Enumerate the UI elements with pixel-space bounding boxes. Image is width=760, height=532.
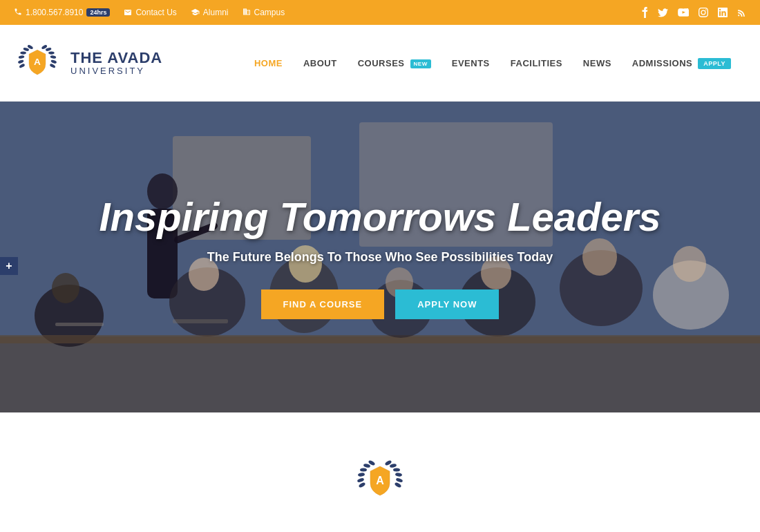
hero-content: Inspiring Tomorrows Leaders The Future B… <box>0 102 760 412</box>
svg-point-1 <box>17 59 23 64</box>
logo-name: THE AVADA <box>70 50 162 66</box>
svg-point-42 <box>363 463 371 468</box>
top-bar-left: 1.800.567.8910 24hrs Contact Us Alumni C… <box>14 8 285 18</box>
svg-point-41 <box>360 468 367 472</box>
svg-point-9 <box>48 51 55 54</box>
twitter-icon[interactable] <box>658 8 668 17</box>
social-icons <box>642 7 746 18</box>
envelope-icon <box>124 8 132 17</box>
hero-buttons: FIND A COURSE APPLY NOW <box>261 289 500 319</box>
building-icon <box>243 8 251 18</box>
svg-point-44 <box>394 482 401 488</box>
nav-admissions[interactable]: ADMISSIONS APPLY <box>624 53 739 74</box>
phone-number: 1.800.567.8910 <box>26 8 83 17</box>
below-hero-logo: A <box>352 454 408 509</box>
svg-point-2 <box>18 55 24 59</box>
svg-point-48 <box>390 463 397 468</box>
hero-section: Inspiring Tomorrows Leaders The Future B… <box>0 102 760 412</box>
svg-point-0 <box>19 63 25 68</box>
rss-icon[interactable] <box>737 8 746 17</box>
linkedin-icon[interactable] <box>718 8 728 17</box>
sidebar-toggle[interactable]: + <box>0 257 18 275</box>
svg-point-45 <box>395 477 403 483</box>
find-course-button[interactable]: FIND A COURSE <box>261 289 385 319</box>
instagram-icon[interactable] <box>699 8 708 17</box>
svg-point-7 <box>50 59 57 64</box>
campus-label: Campus <box>254 8 285 17</box>
main-nav: HOME ABOUT COURSES NEW EVENTS FACILITIES… <box>246 53 739 74</box>
facebook-icon[interactable] <box>642 7 648 18</box>
svg-point-46 <box>395 473 403 477</box>
alumni-label: Alumni <box>203 8 229 17</box>
svg-point-4 <box>23 47 29 51</box>
svg-text:A: A <box>34 57 41 67</box>
hero-subtitle: The Future Belongs To Those Who See Poss… <box>207 250 553 265</box>
below-hero-section: A <box>0 412 760 532</box>
phone-badge: 24hrs <box>86 8 110 17</box>
youtube-icon[interactable] <box>678 8 689 17</box>
svg-point-40 <box>358 473 365 477</box>
svg-point-6 <box>49 63 55 68</box>
svg-point-3 <box>20 51 26 54</box>
nav-news[interactable]: NEWS <box>575 53 620 74</box>
nav-facilities[interactable]: FACILITIES <box>502 53 571 74</box>
alumni-item[interactable]: Alumni <box>191 8 229 17</box>
phone-icon <box>14 8 22 18</box>
apply-now-button[interactable]: APPLY NOW <box>395 289 499 319</box>
contact-label: Contact Us <box>135 8 176 17</box>
nav-events[interactable]: EVENTS <box>444 53 498 74</box>
svg-text:A: A <box>376 475 384 486</box>
hero-title: Inspiring Tomorrows Leaders <box>99 195 661 239</box>
svg-point-39 <box>357 477 364 483</box>
svg-point-38 <box>358 482 365 488</box>
nav-courses[interactable]: COURSES NEW <box>350 53 439 74</box>
nav-about[interactable]: ABOUT <box>295 53 345 74</box>
contact-item[interactable]: Contact Us <box>124 8 176 17</box>
logo-emblem-svg: A <box>14 39 61 86</box>
logo-text: THE AVADA UNIVERSITY <box>70 50 162 76</box>
admissions-apply-badge: APPLY <box>698 58 731 69</box>
svg-point-47 <box>393 468 400 472</box>
campus-item[interactable]: Campus <box>243 8 285 18</box>
nav-home[interactable]: HOME <box>246 53 291 74</box>
svg-point-10 <box>45 47 51 51</box>
logo-area[interactable]: A THE AVADA UNIVERSITY <box>14 39 162 86</box>
header: A THE AVADA UNIVERSITY HOME ABOUT COURSE… <box>0 25 760 101</box>
phone-item: 1.800.567.8910 24hrs <box>14 8 110 18</box>
courses-new-badge: NEW <box>410 59 431 68</box>
logo-sub: UNIVERSITY <box>70 66 162 76</box>
plus-icon: + <box>6 260 12 272</box>
svg-point-8 <box>50 55 56 59</box>
top-bar: 1.800.567.8910 24hrs Contact Us Alumni C… <box>0 0 760 25</box>
graduation-icon <box>191 8 200 17</box>
